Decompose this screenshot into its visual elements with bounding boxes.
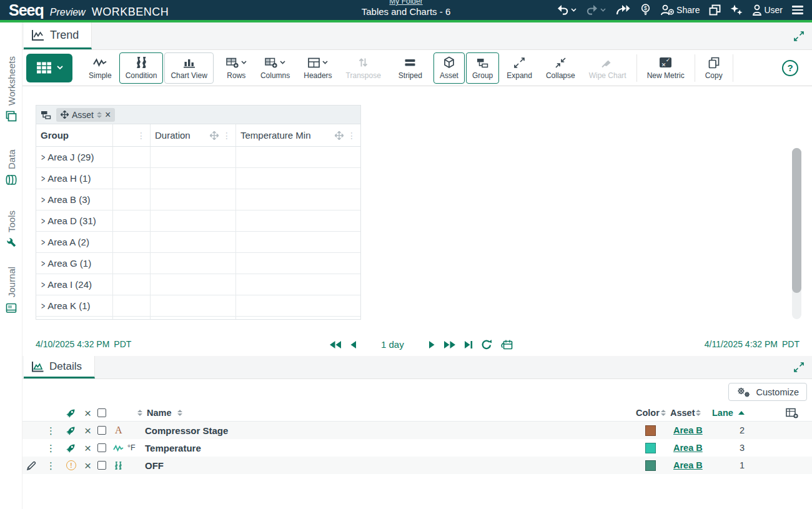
table-row[interactable]: >Area J (29) (36, 147, 360, 168)
undo-button[interactable] (557, 4, 577, 15)
column-header-group[interactable]: Group (36, 124, 113, 146)
forward-history-button[interactable] (615, 4, 631, 15)
ai-sparkles-icon[interactable] (730, 4, 743, 16)
table-row[interactable]: >Area D (31) (36, 210, 360, 232)
rocket-column-icon[interactable] (66, 405, 76, 421)
edit-pencil-icon[interactable] (27, 457, 36, 474)
value-lightbulb-icon[interactable]: $ (640, 4, 651, 16)
sort-ascending-icon[interactable] (738, 405, 745, 421)
row-checkbox[interactable] (97, 457, 106, 474)
item-name[interactable]: Compressor Stage (145, 422, 228, 439)
step-back-half-icon[interactable] (350, 340, 357, 349)
color-swatch[interactable] (645, 422, 656, 439)
column-header-lane[interactable]: Lane (712, 405, 733, 421)
expand-row-chevron[interactable]: > (41, 237, 45, 247)
column-menu-icon[interactable]: ⋮ (222, 131, 231, 140)
sidebar-item-tools[interactable]: Tools (0, 190, 22, 248)
details-row[interactable]: ⋮ × °F Temperature Area B 3 (22, 439, 812, 457)
tab-trend[interactable]: Trend (24, 22, 92, 49)
details-row[interactable]: ⋮ ! × OFF Area B 1 (22, 457, 812, 474)
toolbar-striped-button[interactable]: Striped (392, 52, 428, 84)
range-start[interactable]: 4/10/2025 4:32 PMPDT (36, 339, 131, 349)
asset-link[interactable]: Area B (673, 439, 703, 457)
rocket-icon[interactable] (66, 439, 76, 457)
toolbar-condition-button[interactable]: Condition (119, 52, 164, 84)
toolbar-chart-view-button[interactable]: Chart View (164, 52, 213, 84)
toolbar-asset-button[interactable]: Asset (433, 52, 465, 84)
sort-icon[interactable] (696, 405, 701, 421)
auto-update-calendar-icon[interactable] (500, 339, 513, 350)
share-button[interactable]: Share (660, 4, 700, 16)
table-row[interactable]: >Area A (2) (36, 232, 360, 253)
step-back-full-icon[interactable] (329, 340, 342, 349)
row-checkbox[interactable] (97, 439, 106, 457)
row-menu-icon[interactable]: ⋮ (46, 439, 56, 457)
hamburger-menu-icon[interactable] (792, 4, 803, 16)
table-row[interactable]: >Area B (3) (36, 189, 360, 210)
expand-row-chevron[interactable]: > (41, 152, 45, 162)
add-column-icon[interactable] (786, 405, 798, 421)
toolbar-group-button[interactable]: Group (466, 52, 499, 84)
table-row[interactable]: >Area K (1) (36, 295, 360, 317)
item-name[interactable]: Temperature (145, 439, 201, 457)
remove-item-icon[interactable]: × (84, 457, 91, 474)
sort-icon[interactable] (177, 405, 182, 421)
user-menu[interactable]: User (752, 4, 783, 16)
drag-handle-icon[interactable] (61, 111, 69, 119)
sidebar-item-data[interactable]: Data (0, 128, 22, 185)
color-swatch[interactable] (645, 439, 656, 457)
expand-row-chevron[interactable]: > (41, 216, 45, 226)
sort-icon[interactable] (97, 112, 102, 118)
step-to-end-icon[interactable] (464, 340, 473, 349)
help-button[interactable]: ? (782, 60, 798, 76)
sidebar-item-worksheets[interactable]: Worksheets (0, 34, 22, 122)
item-name[interactable]: OFF (145, 457, 164, 474)
rocket-icon[interactable] (66, 422, 76, 439)
vertical-scrollbar[interactable] (792, 148, 801, 319)
toolbar-new-metric-button[interactable]: ✓✕ New Metric (641, 52, 691, 84)
expand-row-chevron[interactable]: > (41, 259, 45, 269)
step-forward-full-icon[interactable] (443, 340, 456, 349)
column-menu-icon[interactable]: ⋮ (347, 131, 356, 140)
toolbar-copy-button[interactable]: Copy (699, 52, 729, 84)
expand-row-chevron[interactable]: > (41, 301, 45, 311)
toolbar-simple-button[interactable]: Simple (82, 52, 118, 84)
toolbar-columns-button[interactable]: Columns (254, 52, 296, 84)
duplicate-worksheet-icon[interactable] (709, 4, 721, 16)
row-menu-icon[interactable]: ⋮ (46, 457, 56, 474)
table-view-dropdown-button[interactable] (26, 54, 72, 82)
asset-group-pill[interactable]: Asset × (56, 108, 115, 122)
details-row[interactable]: ⋮ × A Compressor Stage Area B 2 (22, 422, 812, 439)
column-header-name[interactable]: Name (147, 405, 172, 421)
toolbar-headers-button[interactable]: Headers (297, 52, 338, 84)
expand-row-chevron[interactable]: > (41, 174, 45, 184)
step-forward-half-icon[interactable] (428, 340, 435, 349)
column-header-empty[interactable]: ⋮ (113, 124, 151, 146)
column-header-asset[interactable]: Asset (670, 405, 695, 421)
toolbar-expand-button[interactable]: Expand (500, 52, 538, 84)
column-header-temperature-min[interactable]: Temperature Min ⋮ (236, 124, 360, 146)
redo-button[interactable] (586, 4, 606, 15)
tab-details[interactable]: Details (24, 356, 95, 378)
toolbar-collapse-button[interactable]: Collapse (540, 52, 582, 84)
scrollbar-thumb[interactable] (792, 148, 801, 293)
remove-item-icon[interactable]: × (84, 422, 91, 439)
expand-trend-panel-icon[interactable] (793, 31, 805, 42)
duration-label[interactable]: 1 day (381, 339, 404, 350)
column-header-color[interactable]: Color (636, 405, 660, 421)
document-title[interactable]: Tables and Charts - 6 (362, 6, 451, 17)
select-all-checkbox[interactable] (97, 405, 106, 421)
breadcrumb-folder-link[interactable]: My Folder (362, 0, 451, 6)
table-row[interactable]: >Area I (24) (36, 274, 360, 295)
customize-button[interactable]: Customize (728, 383, 808, 401)
expand-row-chevron[interactable]: > (41, 280, 45, 290)
column-menu-icon[interactable]: ⋮ (137, 131, 146, 140)
remove-item-icon[interactable]: × (84, 439, 91, 457)
remove-pill-icon[interactable]: × (105, 110, 111, 120)
sidebar-item-journal[interactable]: Journal (0, 253, 22, 314)
sort-icon[interactable] (661, 405, 666, 421)
toolbar-rows-button[interactable]: Rows (220, 52, 253, 84)
table-row[interactable]: >Area G (1) (36, 253, 360, 274)
row-checkbox[interactable] (97, 422, 106, 439)
expand-details-panel-icon[interactable] (793, 362, 805, 373)
